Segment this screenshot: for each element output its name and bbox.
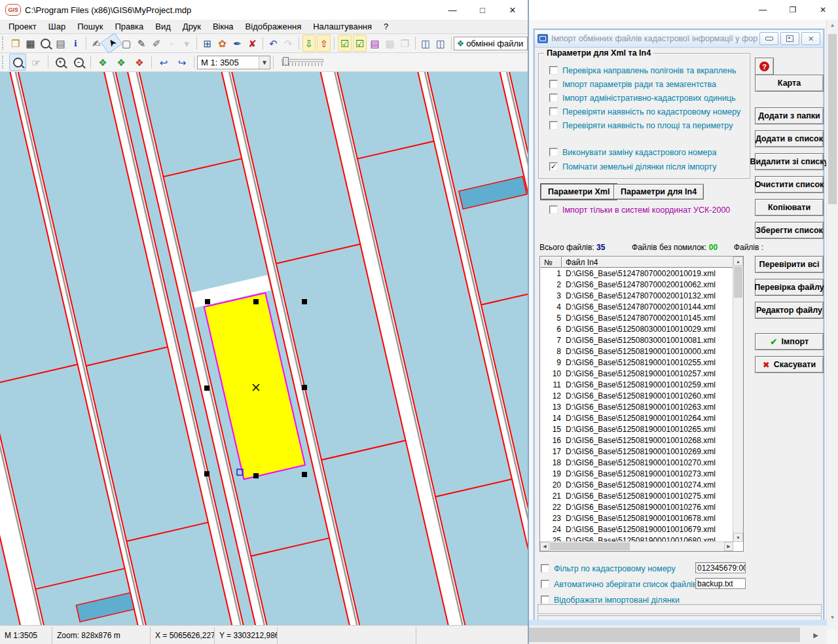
bottom-option-2[interactable]: Автоматично зберігати список файлів: [541, 579, 697, 589]
menu-item-1[interactable]: Проект: [3, 20, 43, 33]
help-button[interactable]: ?: [755, 58, 774, 75]
rect-select-icon[interactable]: ▢: [120, 35, 134, 52]
option-top-3-checkbox[interactable]: [549, 94, 558, 102]
import-exchange-icon[interactable]: ⇩: [302, 35, 316, 52]
pan-hand-icon[interactable]: ☞: [27, 54, 45, 71]
menu-item-7[interactable]: Вікна: [207, 20, 240, 33]
exchange-files-combo[interactable]: ❖обмінні файли: [454, 37, 528, 50]
print-preview-icon[interactable]: ▤: [54, 35, 67, 52]
file-row[interactable]: 22D:\GIS6_Base\5125081900010010276.xml: [540, 501, 733, 512]
table-vscroll-thumb[interactable]: [734, 266, 742, 298]
file-row[interactable]: 23D:\GIS6_Base\5125081900010010678.xml: [540, 512, 733, 524]
file-editor-button[interactable]: Редактор файлу: [755, 302, 824, 319]
save-list-button[interactable]: Зберегти список: [755, 222, 824, 239]
file-row[interactable]: 14D:\GIS6_Base\5125081900010010264.xml: [540, 412, 733, 423]
dialog-restore-button[interactable]: [780, 32, 799, 45]
file-row[interactable]: 10D:\GIS6_Base\5125081900010010257.xml: [540, 368, 733, 379]
table-hscroll-thumb[interactable]: [550, 543, 630, 550]
dialog-close-button[interactable]: ✕: [801, 32, 820, 45]
check-all-files-icon[interactable]: ☑: [338, 35, 352, 52]
file-row[interactable]: 5D:\GIS6_Base\5124780700020010145.xml: [540, 312, 733, 323]
next-view-icon[interactable]: ↪: [173, 54, 191, 71]
option-top-3[interactable]: Імпорт адміністративно-кадастрових одини…: [549, 93, 736, 103]
file-row[interactable]: 16D:\GIS6_Base\5125081900010010268.xml: [540, 435, 733, 446]
scroll-up-icon[interactable]: ▲: [827, 20, 838, 31]
export-list-icon[interactable]: ◫: [434, 35, 448, 52]
outer-horizontal-scrollbar[interactable]: ▶: [529, 626, 827, 644]
import-list-icon[interactable]: ◫: [419, 35, 433, 52]
option-top-4[interactable]: Перевіряти наявність по кадастровому ном…: [549, 107, 740, 116]
backup-file-input[interactable]: backup.txt: [695, 578, 746, 589]
save-icon[interactable]: ▦: [24, 35, 37, 52]
add-to-list-button[interactable]: Додати в список: [755, 130, 824, 147]
scale-combo[interactable]: М 1: 3505▼: [197, 56, 270, 69]
scroll-down-icon[interactable]: ▼: [827, 612, 838, 623]
snap-node-icon[interactable]: ✐: [150, 35, 164, 52]
menu-item-9[interactable]: Налаштування: [307, 20, 378, 33]
file-row[interactable]: 3D:\GIS6_Base\5124780700020010132.xml: [540, 290, 733, 301]
file-row[interactable]: 17D:\GIS6_Base\5125081900010010269.xml: [540, 446, 733, 457]
remove-from-list-button[interactable]: Видалити зі списку: [755, 153, 824, 170]
select-arrow-icon[interactable]: ➤: [100, 33, 122, 54]
file-row[interactable]: 21D:\GIS6_Base\5125081900010010275.xml: [540, 490, 733, 501]
export-exchange-icon[interactable]: ⇧: [317, 35, 331, 52]
column-number[interactable]: №: [540, 257, 562, 268]
clear-list-button[interactable]: Очистити список: [755, 176, 824, 193]
file-row[interactable]: 15D:\GIS6_Base\5125081900010010265.xml: [540, 423, 733, 435]
info-icon[interactable]: i: [69, 35, 82, 52]
bottom-option-2-checkbox[interactable]: [541, 580, 549, 588]
file-list-table[interactable]: №Файл In4 1D:\GIS6_Base\5124780700020010…: [539, 256, 744, 552]
table-scroll-right-icon[interactable]: ▶: [724, 542, 733, 551]
menu-item-10[interactable]: ?: [378, 20, 394, 33]
table-vertical-scrollbar[interactable]: ▲▼: [733, 257, 743, 542]
zoom-layer-extent-icon[interactable]: ❖: [113, 54, 130, 71]
zoom-window-icon[interactable]: [9, 54, 26, 71]
table-scroll-down-icon[interactable]: ▼: [733, 533, 743, 542]
outer-restore-button[interactable]: ❐: [778, 0, 808, 20]
menu-item-5[interactable]: Вид: [149, 20, 177, 33]
draw-style-icon[interactable]: ✒: [230, 35, 244, 52]
outer-vertical-scrollbar[interactable]: ▲ ▼: [826, 20, 838, 630]
menu-item-6[interactable]: Друк: [177, 20, 207, 33]
file-row[interactable]: 24D:\GIS6_Base\5125081900010010679.xml: [540, 524, 733, 535]
cadastre-filter-input[interactable]: 012345679:00: [695, 562, 746, 573]
option-top-4-checkbox[interactable]: [549, 107, 558, 116]
file-row[interactable]: 18D:\GIS6_Base\5125081900010010270.xml: [540, 457, 733, 468]
option-mid-2-checkbox[interactable]: ✓: [549, 162, 558, 171]
file-row[interactable]: 13D:\GIS6_Base\5125081900010010263.xml: [540, 401, 733, 412]
close-button[interactable]: ✕: [498, 0, 528, 20]
check-file-button[interactable]: Перевірка файлу: [755, 279, 824, 296]
attributes-table-icon[interactable]: ⊞: [200, 35, 214, 52]
map-button[interactable]: Карта: [755, 75, 824, 92]
zoom-in-icon[interactable]: +: [52, 54, 69, 71]
option-top-2-checkbox[interactable]: [549, 80, 558, 88]
check-all-button[interactable]: Перевірити всі: [755, 256, 824, 273]
scale-dropdown-icon[interactable]: ▼: [259, 56, 270, 69]
option-top-1-checkbox[interactable]: [549, 66, 558, 75]
file-row[interactable]: 1D:\GIS6_Base\5124780700020010019.xml: [540, 268, 733, 279]
menu-item-3[interactable]: Пошук: [71, 20, 109, 33]
option-top-2[interactable]: Імпорт параметрів ради та земагентства: [549, 79, 716, 89]
bottom-option-1-checkbox[interactable]: [541, 564, 549, 573]
dialog-titlebar[interactable]: Імпорт обмінних файлів кадастрової інфор…: [535, 30, 823, 48]
table-horizontal-scrollbar[interactable]: ◀▶: [540, 541, 733, 551]
slider-thumb[interactable]: [283, 57, 289, 65]
zoom-out-icon[interactable]: −: [70, 54, 87, 71]
fill-style-icon[interactable]: ✿: [215, 35, 229, 52]
zoom-selected-icon[interactable]: ❖: [131, 54, 148, 71]
search-object-icon[interactable]: [39, 35, 52, 52]
minimize-button[interactable]: —: [437, 0, 467, 20]
import-button[interactable]: ✔Імпорт: [755, 333, 824, 350]
file-row[interactable]: 8D:\GIS6_Base\5125081900010010000.xml: [540, 346, 733, 357]
table-scroll-left-icon[interactable]: ◀: [540, 542, 549, 551]
file-row[interactable]: 12D:\GIS6_Base\5125081900010010260.xml: [540, 390, 733, 401]
open-project-icon[interactable]: ❐: [9, 35, 22, 52]
tab-in4[interactable]: Параметри для In4: [613, 184, 704, 200]
outer-close-button[interactable]: ✕: [808, 0, 838, 20]
check-file-icon[interactable]: ☑: [353, 35, 367, 52]
option-top-5-checkbox[interactable]: [549, 121, 558, 130]
undo-icon[interactable]: ↶: [266, 35, 280, 52]
option-top-1[interactable]: Перевірка направлень полігонів та вкрапл…: [549, 65, 736, 75]
maximize-button[interactable]: □: [467, 0, 498, 20]
bottom-option-1[interactable]: Фільтр по кадастровому номеру: [541, 564, 676, 573]
